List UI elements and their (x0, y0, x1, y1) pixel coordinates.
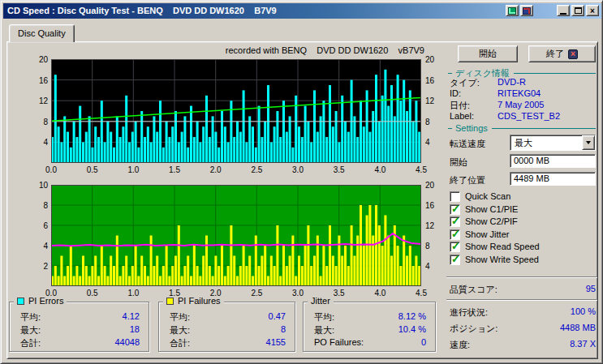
max-label: 最大: (20, 324, 41, 336)
show-read-speed-checkbox[interactable] (450, 242, 460, 252)
read-speed-value: 8.37 X (504, 339, 596, 349)
disc-label-value: CDS_TEST_B2 (497, 111, 560, 121)
pi-failures-swatch (166, 298, 174, 305)
x-tick-label: 4.5 (410, 289, 433, 298)
x-tick-label: 3.5 (328, 165, 351, 174)
x-tick-label: 1.5 (163, 165, 186, 174)
x-tick-label: 1.0 (122, 165, 144, 174)
y-tick-label-left: 4 (30, 242, 48, 251)
checkbox-label: Show Write Speed (465, 255, 539, 264)
settings-header-label: Settings (455, 123, 488, 133)
po-failures-value: 0 (421, 337, 426, 347)
pi-errors-swatch (17, 298, 24, 305)
avg-value: 0.47 (269, 311, 286, 323)
max-label: 最大: (314, 324, 334, 336)
y-tick-label-left: 12 (30, 96, 48, 105)
window-title: CD Speed : Disc Quality Test - BENQ DVD … (7, 6, 277, 15)
y-tick-label-left: 6 (30, 221, 48, 230)
x-tick-label: 1.5 (163, 289, 186, 298)
divider (446, 276, 597, 278)
recorded-with-annotation: recorded with BENQ DVD DD DW1620 vB7V9 (50, 45, 424, 55)
x-tick-label: 0.5 (81, 289, 104, 298)
end-position-label: 終了位置 (450, 174, 485, 186)
x-tick-label: 2.0 (205, 165, 227, 174)
avg-label: 平均: (170, 311, 190, 323)
transfer-speed-label: 転送速度 (450, 138, 485, 150)
exit-button[interactable]: 終了 × (528, 45, 596, 62)
total-value: 44048 (114, 337, 140, 349)
x-tick-label: 3.5 (328, 289, 351, 298)
checkbox-label: Show Jitter (465, 229, 509, 239)
y-tick-label-right: 8 (425, 118, 445, 126)
total-label: 合計: (20, 337, 41, 349)
total-value: 4155 (266, 337, 286, 349)
maximize-button[interactable] (571, 5, 584, 16)
titlebar[interactable]: CD Speed : Disc Quality Test - BENQ DVD … (3, 3, 601, 19)
show-jitter-checkbox[interactable] (450, 229, 460, 240)
y-tick-label-right: 8 (425, 242, 445, 251)
disc-icon-button[interactable] (520, 5, 533, 16)
checkbox-label: Show C2/PIF (465, 216, 518, 226)
y-tick-label-right: 4 (425, 262, 445, 271)
y-tick-label-right: 16 (425, 76, 445, 85)
position-label: ポジション: (450, 323, 497, 335)
x-tick-label: 1.0 (122, 289, 144, 298)
window-controls: × (557, 5, 599, 16)
chart-icon-button[interactable] (506, 5, 519, 16)
x-tick-label: 0.0 (40, 289, 62, 298)
show-write-speed-checkbox[interactable] (450, 255, 460, 265)
checkbox-row[interactable]: Show Jitter (450, 229, 509, 240)
y-tick-label-right: 16 (425, 201, 445, 210)
dropdown-button[interactable] (582, 135, 595, 150)
x-tick-label: 4.5 (410, 165, 433, 174)
y-tick-label-left: 20 (30, 55, 48, 64)
checkbox-label: Quick Scan (465, 191, 510, 201)
quick-scan-checkbox[interactable] (450, 191, 460, 202)
show-c2-pif-checkbox[interactable] (450, 216, 460, 227)
x-tick-label: 3.0 (286, 289, 309, 298)
checkbox-row[interactable]: Show Read Speed (450, 241, 540, 252)
start-button[interactable]: 開始 (458, 45, 518, 62)
divider (492, 128, 596, 129)
y-tick-label-left: 8 (30, 118, 48, 126)
minimize-icon (560, 13, 566, 15)
titlebar-toolbar (506, 5, 533, 16)
show-c1-pie-checkbox[interactable] (450, 204, 460, 215)
y-tick-label-left: 10 (30, 181, 48, 190)
end-position-input[interactable]: 4489 MB (510, 172, 596, 186)
y-tick-label-right: 20 (425, 55, 445, 64)
avg-value: 4.12 (123, 311, 140, 323)
speed-select[interactable]: 最大 (510, 135, 596, 151)
minimize-button[interactable] (557, 5, 570, 16)
disc-label-label: Label: (450, 111, 474, 121)
y-tick-label-left: 2 (30, 262, 48, 271)
start-position-input[interactable]: 0000 MB (510, 154, 596, 168)
chart-icon (508, 7, 516, 15)
quality-score-label: 品質スコア: (450, 284, 497, 296)
x-tick-label: 2.0 (205, 289, 227, 298)
x-tick-label: 0.5 (81, 165, 104, 174)
speed-select-value: 最大 (510, 135, 582, 150)
checkbox-row[interactable]: Show C1/PIE (450, 203, 518, 215)
disc-id-label: ID: (450, 88, 461, 98)
tab-disc-quality[interactable]: Disc Quality (9, 24, 75, 42)
checkbox-row[interactable]: Quick Scan (450, 191, 510, 202)
progress-label: 進行状況: (450, 306, 488, 319)
pi-failures-jitter-chart (51, 185, 421, 286)
progress-value: 100 % (504, 306, 596, 316)
checkbox-row[interactable]: Show Write Speed (450, 254, 539, 265)
disc-date-label: 日付: (450, 100, 470, 112)
checkbox-row[interactable]: Show C2/PIF (450, 216, 518, 227)
settings-section-header: Settings (448, 123, 596, 133)
start-button-label: 開始 (479, 48, 497, 60)
x-tick-label: 3.0 (286, 165, 309, 174)
disc-type-label: タイプ: (450, 77, 480, 89)
pi-errors-chart (51, 59, 421, 163)
y-tick-label-left: 8 (30, 201, 48, 210)
y-tick-label-right: 12 (425, 221, 445, 230)
close-button[interactable]: × (586, 5, 599, 16)
x-tick-label: 2.5 (245, 165, 268, 174)
chevron-down-icon (586, 141, 591, 144)
divider (514, 73, 596, 74)
disc-date-value: 7 May 2005 (497, 100, 544, 109)
